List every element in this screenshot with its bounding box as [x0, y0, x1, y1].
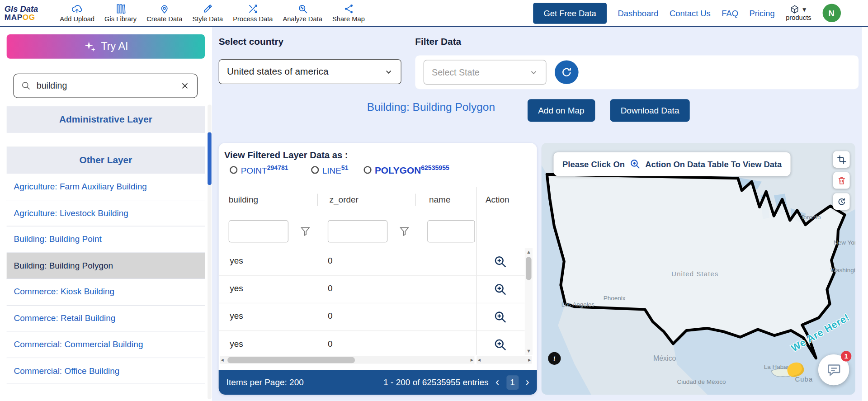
zoom-to-feature-icon[interactable] — [493, 310, 508, 325]
layer-item-retail[interactable]: Commerce: Retail Building — [7, 305, 205, 331]
layer-sidebar: Try AI Administrative Layer Other Layer … — [0, 27, 212, 401]
scroll-down-icon[interactable]: ▼ — [525, 348, 533, 354]
library-icon — [115, 3, 126, 14]
nav-item-share-map[interactable]: Share Map — [332, 3, 365, 23]
chevron-down-icon — [384, 67, 393, 76]
vertical-scrollbar-thumb[interactable] — [526, 257, 531, 280]
map-canvas[interactable]: Toronto United States Phoenix Los Angele… — [542, 143, 855, 395]
nav-link-faq[interactable]: FAQ — [722, 8, 738, 18]
filter-funnel-icon[interactable] — [399, 225, 410, 237]
map-label-country: Cuba — [795, 375, 813, 383]
products-icon-row: ▼ — [790, 5, 807, 14]
refresh-button[interactable] — [555, 60, 579, 84]
table-vertical-scrollbar[interactable]: ▲ ▼ — [525, 248, 533, 355]
brush-icon — [202, 3, 213, 14]
layer-search-box — [13, 74, 198, 98]
chat-notification-badge: 1 — [841, 351, 851, 361]
header-divider — [317, 194, 318, 206]
search-icon — [21, 81, 31, 91]
table-horizontal-scrollbar[interactable]: ◂ ▸ — [220, 356, 474, 363]
zoom-to-feature-icon[interactable] — [493, 338, 508, 352]
crop-map-button[interactable] — [833, 151, 850, 168]
filter-input-building[interactable] — [229, 220, 288, 242]
layer-item-office[interactable]: Commercial: Office Building — [7, 358, 205, 384]
filter-input-z-order[interactable] — [328, 220, 387, 242]
layer-item-commercial[interactable]: Commercial: Commercial Building — [7, 331, 205, 358]
radio-circle[interactable] — [363, 166, 371, 174]
table-header: building z_order name Action — [219, 187, 525, 212]
layer-item-kiosk[interactable]: Commerce: Kiosk Building — [7, 279, 205, 305]
layer-search-input[interactable] — [37, 81, 175, 91]
scroll-left-icon[interactable]: ◂ — [221, 356, 224, 363]
app-root: Gis Data MAPOG Add Upload Gis Library Cr… — [0, 0, 868, 401]
layer-item-building-point[interactable]: Building: Building Point — [7, 226, 205, 253]
table-footer: Items per Page: 200 1 - 200 of 62535955 … — [219, 370, 537, 395]
map-pin-icon — [159, 3, 170, 14]
app-logo[interactable]: Gis Data MAPOG — [5, 5, 56, 21]
download-data-button[interactable]: Download Data — [610, 99, 689, 122]
column-name: name — [429, 195, 450, 205]
main-content: Select country United states of america … — [212, 27, 862, 401]
map-label-country: México — [653, 354, 676, 363]
view-filtered-label: View Filtered Layer Data as : — [224, 150, 348, 160]
sidebar-scrollbar-thumb[interactable] — [208, 132, 212, 185]
filter-funnel-icon[interactable] — [299, 225, 311, 237]
history-button[interactable] — [833, 193, 850, 210]
scroll-up-icon[interactable]: ▲ — [525, 249, 533, 255]
radio-point[interactable]: POINT294781 — [230, 165, 288, 176]
layer-item-farm-auxiliary[interactable]: Agriculture: Farm Auxiliary Building — [7, 174, 205, 200]
clear-search-icon[interactable] — [180, 81, 190, 91]
map-label-city: Ciudad de México — [677, 378, 726, 385]
nav-item-process-data[interactable]: Process Data — [233, 3, 273, 23]
logo-og: OG — [23, 13, 35, 22]
map-label-city: Phoenix — [604, 294, 626, 301]
map-label-country: United States — [671, 270, 718, 278]
radio-circle[interactable] — [311, 166, 319, 174]
horizontal-scrollbar-thumb[interactable] — [227, 357, 355, 363]
cell-building: yes — [230, 311, 243, 321]
current-page[interactable]: 1 — [506, 375, 519, 390]
upload-icon — [71, 3, 82, 14]
prev-page-icon[interactable]: ‹ — [495, 377, 499, 387]
zoom-to-feature-icon[interactable] — [493, 255, 508, 269]
scroll-right-icon[interactable]: ▸ — [528, 356, 531, 363]
radio-line[interactable]: LINE51 — [311, 165, 348, 176]
nav-link-pricing[interactable]: Pricing — [750, 8, 775, 18]
map-info-button[interactable]: i — [548, 352, 561, 365]
action-horizontal-scrollbar[interactable]: ◂ ▸ — [476, 356, 532, 363]
country-select[interactable]: United states of america — [219, 59, 401, 84]
nav-item-style-data[interactable]: Style Data — [192, 3, 223, 23]
nav-item-add-upload[interactable]: Add Upload — [60, 3, 94, 23]
radio-circle[interactable] — [230, 166, 237, 174]
radio-polygon[interactable]: POLYGON62535955 — [363, 165, 449, 176]
next-page-icon[interactable]: › — [526, 377, 529, 387]
main-nav: Add Upload Gis Library Create Data Style… — [60, 3, 365, 23]
zoom-to-feature-icon[interactable] — [493, 282, 508, 297]
layer-item-building-polygon[interactable]: Building: Building Polygon — [7, 253, 205, 279]
cell-building: yes — [230, 339, 243, 349]
state-select[interactable]: Select State — [424, 60, 547, 85]
state-placeholder: Select State — [432, 67, 480, 77]
nav-item-analyze-data[interactable]: Analyze Data — [283, 3, 322, 23]
products-box-icon — [790, 5, 799, 14]
scroll-left-icon[interactable]: ◂ — [478, 356, 481, 363]
products-label: products — [786, 14, 811, 22]
top-navbar: Gis Data MAPOG Add Upload Gis Library Cr… — [0, 0, 868, 27]
try-ai-button[interactable]: Try AI — [7, 34, 205, 59]
column-z-order: z_order — [330, 195, 359, 205]
filter-input-name[interactable] — [427, 220, 475, 242]
get-free-data-button[interactable]: Get Free Data — [533, 3, 607, 24]
user-avatar[interactable]: N — [822, 4, 840, 22]
nav-item-create-data[interactable]: Create Data — [146, 3, 182, 23]
radio-count: 62535955 — [421, 165, 449, 171]
scroll-right-icon[interactable]: ▸ — [471, 356, 473, 363]
layer-item-livestock[interactable]: Agriculture: Livestock Building — [7, 200, 205, 226]
delete-layer-button[interactable] — [833, 172, 850, 189]
crop-icon — [837, 155, 846, 164]
add-on-map-button[interactable]: Add on Map — [528, 99, 595, 122]
nav-link-dashboard[interactable]: Dashboard — [618, 8, 659, 18]
sidebar-scrollbar[interactable] — [208, 104, 212, 399]
products-menu[interactable]: ▼ products — [786, 5, 811, 22]
nav-item-gis-library[interactable]: Gis Library — [104, 3, 137, 23]
nav-link-contact-us[interactable]: Contact Us — [670, 8, 711, 18]
